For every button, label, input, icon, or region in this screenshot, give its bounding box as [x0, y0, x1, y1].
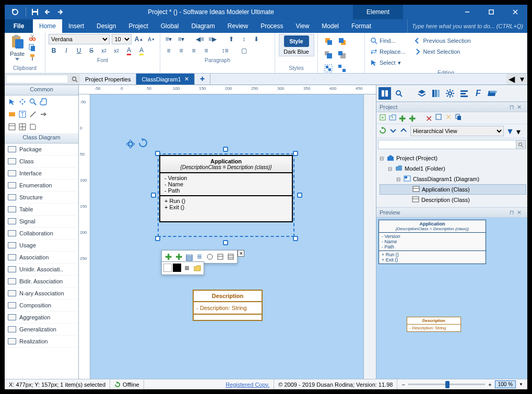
decrease-font-icon[interactable]: A▼: [146, 34, 157, 44]
toolbox-item[interactable]: Composition: [5, 300, 78, 312]
toolbox-item[interactable]: Table: [5, 204, 78, 216]
replace-button[interactable]: Replace...: [370, 47, 406, 56]
tab-class-diagram[interactable]: ClassDiagram1✕: [136, 74, 194, 85]
preview-pin-icon[interactable]: ⊓: [510, 209, 517, 216]
line-tool-icon[interactable]: [28, 110, 38, 119]
tab-overflow-left-icon[interactable]: ◀: [506, 74, 517, 85]
toolbox-item[interactable]: Generalization: [5, 324, 78, 336]
rect-tool-icon[interactable]: [7, 110, 17, 119]
font-size-select[interactable]: 10: [112, 34, 132, 44]
expand-icon[interactable]: [389, 127, 398, 135]
project-view-select[interactable]: Hierarchical View: [410, 126, 504, 136]
properties-view-icon[interactable]: [379, 87, 391, 100]
align-left-icon[interactable]: ≡: [163, 45, 174, 56]
menu-format[interactable]: Format: [345, 19, 377, 33]
tree-folder[interactable]: ⊟Model1 (Folder): [380, 163, 526, 174]
resize-handle-se[interactable]: [293, 236, 298, 241]
add-attr-green-icon[interactable]: ✚: [163, 252, 173, 261]
menu-model[interactable]: Model: [315, 19, 345, 33]
bullets-icon[interactable]: ≡▾: [163, 34, 174, 44]
align-justify-icon[interactable]: ≡: [201, 45, 211, 56]
menu-design[interactable]: Design: [90, 19, 122, 33]
fill-black-icon[interactable]: [173, 264, 181, 272]
valign-top-icon[interactable]: ⬆: [226, 34, 237, 44]
valign-mid-icon[interactable]: ↕: [239, 34, 249, 44]
more-icon[interactable]: ▾: [516, 127, 525, 135]
table-tool-icon[interactable]: [18, 122, 27, 132]
context-tab-element[interactable]: Element: [353, 5, 403, 19]
toolbox-item[interactable]: Interface: [5, 168, 78, 180]
show-all-icon[interactable]: [205, 252, 215, 261]
toolbox-item[interactable]: Class: [5, 156, 78, 168]
edit-icon[interactable]: [435, 114, 444, 122]
compartment2-icon[interactable]: [226, 252, 235, 261]
valign-bot-icon[interactable]: ⬇: [251, 34, 262, 44]
line-spacing-icon[interactable]: ↕≡: [220, 45, 230, 56]
toolbox-item[interactable]: Unidir. Associati..: [5, 264, 78, 276]
toolbox-item[interactable]: Signal: [5, 216, 78, 228]
bring-forward-icon[interactable]: [323, 36, 334, 46]
strikethrough-icon[interactable]: S: [86, 45, 97, 56]
menu-diagram[interactable]: Diagram: [185, 19, 221, 33]
align-center-icon[interactable]: ≡: [176, 45, 186, 56]
preview-close-icon[interactable]: ✕: [517, 209, 524, 216]
cut-icon[interactable]: [29, 34, 37, 42]
tab-project-properties[interactable]: Project Properties: [80, 74, 136, 85]
add-op-green-icon[interactable]: ✚: [174, 252, 183, 261]
toolbox-item[interactable]: Realization: [5, 336, 78, 348]
pan-tool-icon[interactable]: [39, 97, 48, 106]
layers-icon[interactable]: [416, 87, 428, 100]
style-gallery[interactable]: Style Dark Blue: [279, 34, 314, 56]
italic-icon[interactable]: I: [61, 45, 72, 56]
toolbox-item[interactable]: Structure: [5, 192, 78, 204]
resize-handle-e[interactable]: [297, 193, 302, 198]
toolbox-item[interactable]: Bidir. Association: [5, 276, 78, 288]
highlight-icon[interactable]: A: [136, 45, 147, 56]
bold-icon[interactable]: B: [49, 45, 59, 56]
project-search-go-icon[interactable]: [516, 140, 526, 149]
paste-button[interactable]: Paste: [8, 34, 27, 62]
menu-file[interactable]: File: [5, 19, 33, 33]
text-tool-icon[interactable]: T: [18, 110, 27, 119]
add-section-icon[interactable]: ≡: [195, 252, 204, 261]
context-toolbar-close[interactable]: ✕: [238, 250, 244, 257]
delete-icon[interactable]: ✕: [425, 114, 434, 122]
zoom-dropdown-icon[interactable]: ▼: [519, 382, 523, 387]
lines-icon[interactable]: ≡: [182, 264, 192, 273]
toolbox-item[interactable]: Association: [5, 252, 78, 264]
toolbox-item[interactable]: Aggregation: [5, 312, 78, 324]
menu-global[interactable]: Global: [155, 19, 185, 33]
underline-icon[interactable]: U: [74, 45, 84, 56]
font-family-select[interactable]: Verdana: [49, 34, 110, 44]
rotate-handle-icon[interactable]: [138, 138, 148, 148]
prev-selection-button[interactable]: Previous Selection: [414, 36, 471, 45]
resize-handle-n[interactable]: [223, 147, 228, 152]
font-color-icon[interactable]: A: [124, 45, 134, 56]
move-tool-icon[interactable]: [18, 97, 27, 106]
styles-panel-icon[interactable]: [430, 87, 442, 100]
maximize-icon[interactable]: [479, 5, 503, 19]
search-icon[interactable]: [69, 74, 80, 85]
diagram-canvas[interactable]: Application {DescriptionClass = Descript…: [90, 94, 363, 379]
effects-panel-icon[interactable]: [486, 87, 499, 100]
search-view-icon[interactable]: [393, 87, 405, 100]
connector-tool-icon[interactable]: [39, 110, 48, 119]
increase-font-icon[interactable]: A▲: [134, 34, 144, 44]
command-search[interactable]: Type here what you want to do... (CTRL+Q…: [407, 19, 527, 33]
pane-pin-icon[interactable]: ⊓: [510, 104, 517, 111]
uml-class-application[interactable]: Application {DescriptionClass = Descript…: [159, 155, 293, 222]
add-field-icon[interactable]: ▤: [184, 252, 194, 261]
font-panel-icon[interactable]: F: [472, 87, 484, 100]
tab-overflow-menu-icon[interactable]: ▾: [517, 74, 527, 85]
toolbox-item[interactable]: Collaboration: [5, 228, 78, 240]
uml-class-description[interactable]: Description - Description: String: [193, 290, 263, 321]
fill-white-icon[interactable]: [163, 264, 172, 272]
menu-view[interactable]: View: [290, 19, 316, 33]
subscript-icon[interactable]: x2: [99, 45, 109, 56]
menu-home[interactable]: Home: [33, 19, 62, 33]
refresh-icon[interactable]: [379, 127, 387, 135]
resize-handle-w[interactable]: [151, 193, 156, 198]
close-icon[interactable]: [503, 5, 527, 19]
group-icon[interactable]: [323, 63, 334, 74]
zoom-out-icon[interactable]: −: [401, 381, 405, 388]
